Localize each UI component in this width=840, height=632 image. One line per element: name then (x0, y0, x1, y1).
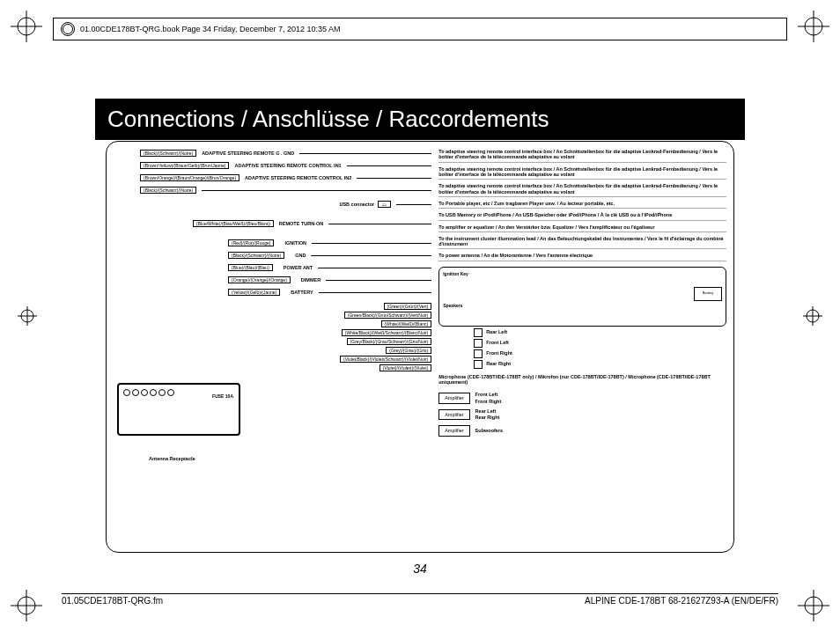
head-unit: FUSE 10A (117, 383, 240, 436)
wire-row: (Blue)/(Blau)/(Bleu)POWER ANT (114, 261, 431, 274)
registration-mark-icon (18, 306, 37, 326)
wire-row: (Green/Black)/(Grün/Schwarz)/(Vert/Noir) (114, 311, 431, 320)
wiring-diagram: (Black)/(Schwarz)/(Noire)ADAPTIVE STEERI… (106, 141, 734, 553)
amplifier-box: Amplifier (438, 409, 469, 421)
destination-text: To the instrument cluster illumination l… (438, 234, 726, 250)
amplifier-row: AmplifierFront LeftFront Right (438, 391, 726, 406)
usb-row: USB connector▭ (114, 196, 431, 212)
wire-row: (Brown/Yellow)/(Braun/Gelb)/(Brun/Jaune)… (114, 159, 431, 172)
wire-row: (Grey/Black)/(Grau/Schwarz)/(Gris/Noir) (114, 337, 431, 346)
book-mark-icon (61, 22, 75, 36)
wire-row: (Black)/(Schwarz)/(Noire)GND (114, 249, 431, 261)
wire-row: (White)/(Weiß)/(Blanc) (114, 320, 431, 328)
page-footer: 01.05CDE178BT-QRG.fm ALPINE CDE-178BT 68… (62, 593, 778, 606)
speaker-label: Front Left (474, 339, 726, 348)
crop-mark-icon (798, 590, 829, 621)
wire-row: (Black)/(Schwarz)/(Noire)ADAPTIVE STEERI… (114, 147, 431, 159)
battery-icon: Battery (694, 287, 722, 301)
amplifier-box: Amplifier (438, 393, 469, 404)
footer-left: 01.05CDE178BT-QRG.fm (62, 596, 163, 606)
wire-row: (Yellow)/(Gelb)/(Jaune)BATTERY (114, 286, 431, 298)
wire-row: (Orange)/(Orange)/(Orange)DIMMER (114, 274, 431, 286)
destination-text: To power antenna / An die Motorantenne /… (438, 251, 726, 261)
amplifier-row: AmplifierSubwoofers (438, 423, 726, 438)
usb-connector-icon: ▭ (378, 201, 391, 208)
speaker-icon (474, 339, 483, 348)
wire-row: (Violet/Black)/(Violett/Schwarz)/(Violet… (114, 355, 431, 364)
section-title: Connections / Anschlüsse / Raccordements (95, 99, 745, 140)
wiring-left-column: (Black)/(Schwarz)/(Noire)ADAPTIVE STEERI… (114, 147, 431, 541)
wire-row: (Violet)/(Violett)/(Violet) (114, 364, 431, 372)
registration-mark-icon (803, 306, 822, 326)
speaker-label: Rear Left (474, 328, 726, 337)
antenna-receptacle-label: Antenna Receptacle (149, 456, 195, 462)
crop-mark-icon (11, 11, 42, 42)
wire-row: (Green)/(Grün)/(Vert) (114, 302, 431, 311)
destination-text: To adaptive steering remote control inte… (438, 181, 726, 197)
crop-mark-icon (11, 590, 42, 621)
page-number: 34 (0, 562, 840, 576)
destination-text: To USB Memory or iPod/iPhone / An USB-Sp… (438, 210, 726, 220)
vehicle-block: Ignition Key Speakers Battery (438, 267, 726, 327)
speaker-icon (474, 328, 483, 337)
microphone-note: Microphone (CDE-178BT/IDE-178BT only) / … (438, 374, 726, 386)
wire-row: (Red)/(Rot)/(Rouge)IGNITION (114, 237, 431, 249)
speaker-icon (474, 349, 483, 358)
fuse-label: FUSE 10A (212, 393, 233, 399)
destination-text: To adaptive steering remote control inte… (438, 147, 726, 163)
wire-row: (Brown/Orange)/(Braun/Orange)/(Brun/Oran… (114, 172, 431, 184)
speakers-heading: Speakers (443, 303, 462, 308)
destination-text: To amplifier or equalizer / An den Verst… (438, 223, 726, 232)
speaker-icon (474, 360, 483, 369)
wire-row: (Black)/(Schwarz)/(Noire) (114, 184, 431, 196)
print-meta-text: 01.00CDE178BT-QRG.book Page 34 Friday, D… (80, 25, 341, 33)
footer-right: ALPINE CDE-178BT 68-21627Z93-A (EN/DE/FR… (585, 596, 778, 606)
rca-plugs-icon (122, 388, 175, 406)
wiring-right-column: To adaptive steering remote control inte… (438, 147, 726, 541)
wire-row: (Grey)/(Grau)/(Gris) (114, 346, 431, 355)
amplifier-row: AmplifierRear LeftRear Right (438, 408, 726, 423)
destination-text: To adaptive steering remote control inte… (438, 165, 726, 180)
amplifier-box: Amplifier (438, 425, 469, 437)
ignition-key-label: Ignition Key (443, 271, 722, 276)
print-metadata: 01.00CDE178BT-QRG.book Page 34 Friday, D… (53, 18, 787, 40)
speaker-label: Front Right (474, 349, 726, 358)
crop-mark-icon (798, 11, 829, 42)
wire-row: (Blue/White)/(Blau/Weiß)/(Bleu/Blanc)REM… (114, 217, 431, 230)
destination-text: To Portable player, etc / Zum tragbaren … (438, 199, 726, 209)
wire-row: (White/Black)/(Weiß/Schwarz)/(Blanc/Noir… (114, 328, 431, 337)
speaker-label: Rear Right (474, 360, 726, 369)
